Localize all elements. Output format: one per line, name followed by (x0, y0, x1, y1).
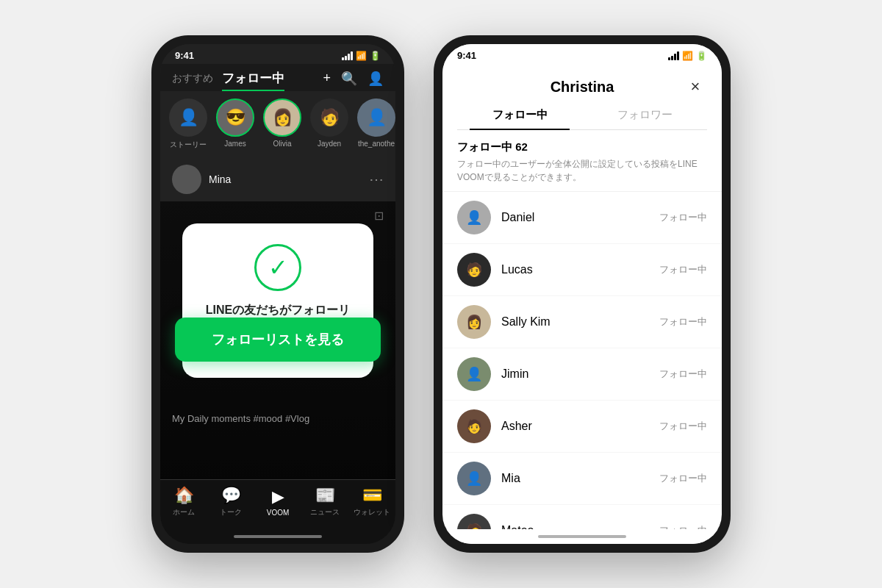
nav-voom[interactable]: ▶ VOOM (259, 487, 296, 517)
story-avatar-2: 😎 (216, 98, 254, 137)
story-emoji-2: 😎 (218, 100, 253, 135)
following-count: フォロー中 62 (457, 140, 707, 154)
badge-mia: フォロー中 (659, 472, 707, 485)
search-icon[interactable]: 🔍 (341, 71, 357, 87)
wifi-icon: 📶 (356, 51, 367, 61)
name-sallykim: Sally Kim (501, 315, 649, 329)
name-jimin: Jimin (501, 368, 649, 381)
check-circle: ✓ (254, 244, 301, 291)
top-icons: + 🔍 👤 (323, 71, 384, 87)
story-avatar-1: 👤 (169, 98, 207, 137)
avatar-sallykim: 👩 (457, 305, 491, 339)
nav-talk-label: トーク (220, 507, 242, 517)
battery-icon: 🔋 (370, 51, 381, 61)
tab-following[interactable]: フォロー中 (222, 70, 284, 87)
status-icons-left: 📶 🔋 (342, 51, 381, 61)
badge-lucas: フォロー中 (659, 263, 707, 276)
tab-following[interactable]: フォロー中 (457, 101, 582, 129)
user-item-sallykim[interactable]: 👩 Sally Kim フォロー中 (442, 296, 722, 348)
user-item-mateo[interactable]: 🧑 Mateo フォロー中 (442, 505, 722, 529)
badge-jimin: フォロー中 (659, 368, 707, 381)
avatar-lucas: 🧑 (457, 253, 491, 287)
right-screen: 9:41 📶 🔋 Christina × フォロー中 (442, 44, 722, 544)
left-tabs: おすすめ フォロー中 (172, 70, 284, 87)
video-caption: My Daily moments #mood #Vlog (172, 413, 309, 424)
battery-icon-right: 🔋 (696, 51, 707, 61)
story-item-3[interactable]: 👩 Olivia (263, 98, 301, 150)
story-avatar-4: 🧑 (310, 98, 348, 137)
signal-icon (342, 51, 353, 60)
chat-name: Mina (209, 173, 362, 185)
avatar-mia: 👤 (457, 462, 491, 495)
left-screen: 9:41 📶 🔋 おすすめ フォロー中 + 🔍 👤 (160, 44, 395, 544)
user-item-lucas[interactable]: 🧑 Lucas フォロー中 (442, 244, 722, 296)
user-item-mia[interactable]: 👤 Mia フォロー中 (442, 453, 722, 505)
news-icon: 📰 (315, 486, 335, 505)
following-info: フォロー中 62 フォロー中のユーザーが全体公開に設定している投稿をLINE V… (442, 130, 722, 192)
badge-asher: フォロー中 (659, 420, 707, 433)
story-item-4[interactable]: 🧑 Jayden (310, 98, 348, 150)
story-item-5[interactable]: 👤 the_anothe (357, 98, 395, 150)
bottom-nav: 🏠 ホーム 💬 トーク ▶ VOOM 📰 ニュース 💳 ウォレット (160, 479, 395, 529)
home-indicator-left (160, 529, 395, 544)
nav-wallet[interactable]: 💳 ウォレット (354, 486, 390, 517)
nav-home[interactable]: 🏠 ホーム (165, 486, 202, 517)
story-name-2: James (224, 140, 245, 148)
more-icon[interactable]: ⋯ (369, 171, 384, 188)
story-name-3: Olivia (273, 140, 291, 148)
name-mia: Mia (501, 472, 649, 485)
wifi-icon-right: 📶 (682, 51, 693, 61)
story-emoji-5: 👤 (357, 98, 395, 137)
tab-recommended[interactable]: おすすめ (172, 72, 213, 85)
badge-mateo: フォロー中 (659, 524, 707, 529)
right-phone: 9:41 📶 🔋 Christina × フォロー中 (434, 35, 731, 553)
nav-news[interactable]: 📰 ニュース (306, 486, 343, 517)
right-header: Christina × フォロー中 フォロワー (442, 64, 722, 130)
avatar-asher: 🧑 (457, 409, 491, 443)
status-bar-right: 9:41 📶 🔋 (442, 44, 722, 64)
time-right: 9:41 (457, 50, 476, 61)
home-indicator-right (442, 529, 722, 544)
avatar-daniel: 👤 (457, 201, 491, 234)
story-item-1[interactable]: 👤 ストーリー (169, 98, 207, 150)
time-left: 9:41 (175, 50, 194, 61)
home-bar-left (234, 535, 322, 538)
wallet-icon: 💳 (362, 486, 382, 505)
name-mateo: Mateo (501, 524, 649, 529)
tab-followers[interactable]: フォロワー (582, 101, 707, 129)
following-desc: フォロー中のユーザーが全体公開に設定している投稿をLINE VOOMで見ることが… (457, 157, 707, 184)
close-button[interactable]: × (684, 77, 707, 96)
nav-home-label: ホーム (173, 507, 195, 517)
user-list: 👤 Daniel フォロー中 🧑 Lucas フォロー中 👩 Sally Kim… (442, 192, 722, 529)
status-icons-right: 📶 🔋 (668, 51, 707, 61)
signal-icon-right (668, 51, 679, 60)
story-name-1: ストーリー (170, 140, 207, 150)
user-item-daniel[interactable]: 👤 Daniel フォロー中 (442, 192, 722, 244)
story-name-4: Jayden (318, 140, 341, 148)
user-item-asher[interactable]: 🧑 Asher フォロー中 (442, 401, 722, 453)
home-bar-right (538, 535, 626, 538)
user-item-jimin[interactable]: 👤 Jimin フォロー中 (442, 348, 722, 401)
nav-news-label: ニュース (310, 507, 340, 517)
left-phone: 9:41 📶 🔋 おすすめ フォロー中 + 🔍 👤 (151, 35, 404, 553)
check-icon: ✓ (268, 254, 288, 282)
badge-sallykim: フォロー中 (659, 315, 707, 329)
story-avatar-5: 👤 (357, 98, 395, 137)
main-content: ⊡ ✓ LINEの友だちがフォローリストに追加されました フォロー中のユーザーを… (160, 201, 395, 479)
name-asher: Asher (501, 420, 649, 433)
story-emoji-3: 👩 (265, 100, 300, 135)
add-icon[interactable]: + (323, 71, 331, 87)
avatar-mateo: 🧑 (457, 514, 491, 529)
cta-button[interactable]: フォローリストを見る (175, 318, 381, 362)
avatar-jimin: 👤 (457, 357, 491, 391)
nav-talk[interactable]: 💬 トーク (212, 486, 249, 517)
tabs-row: フォロー中 フォロワー (457, 101, 707, 130)
story-name-5: the_anothe (358, 140, 395, 148)
badge-daniel: フォロー中 (659, 211, 707, 224)
story-item-2[interactable]: 😎 James (216, 98, 254, 150)
nav-voom-label: VOOM (267, 509, 290, 517)
story-emoji-4: 🧑 (310, 98, 348, 137)
profile-icon[interactable]: 👤 (368, 71, 384, 87)
profile-title: Christina (481, 79, 684, 96)
chat-row[interactable]: Mina ⋯ (160, 157, 395, 201)
